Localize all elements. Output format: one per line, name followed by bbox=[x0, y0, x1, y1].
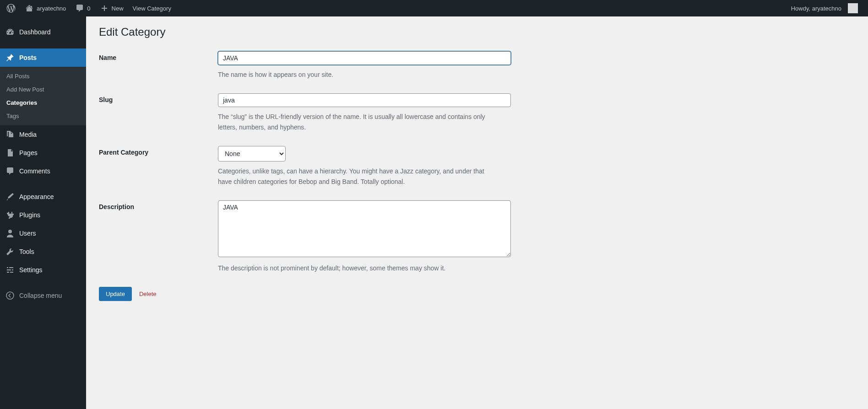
new-label: New bbox=[112, 5, 124, 12]
svg-point-0 bbox=[6, 292, 14, 299]
comment-icon bbox=[75, 4, 84, 13]
page-title: Edit Category bbox=[99, 26, 855, 38]
admin-sidebar: Dashboard Posts All Posts Add New Post C… bbox=[0, 16, 86, 409]
howdy-text: Howdy, aryatechno bbox=[791, 5, 841, 12]
row-name: Name The name is how it appears on your … bbox=[99, 51, 855, 80]
menu-dashboard-label: Dashboard bbox=[19, 28, 51, 36]
menu-settings[interactable]: Settings bbox=[0, 261, 86, 279]
media-icon bbox=[5, 130, 15, 139]
menu-comments[interactable]: Comments bbox=[0, 162, 86, 180]
menu-collapse-label: Collapse menu bbox=[19, 292, 62, 299]
input-name[interactable] bbox=[218, 51, 511, 65]
wp-logo-menu[interactable] bbox=[2, 0, 20, 16]
menu-pages-label: Pages bbox=[19, 149, 38, 156]
admin-bar-right: Howdy, aryatechno bbox=[787, 0, 863, 16]
label-name: Name bbox=[99, 51, 218, 61]
main-content: Edit Category Name The name is how it ap… bbox=[86, 16, 868, 409]
menu-tools-label: Tools bbox=[19, 248, 34, 255]
submenu-categories[interactable]: Categories bbox=[0, 96, 86, 109]
brush-icon bbox=[5, 192, 15, 201]
admin-bar-left: aryatechno 0 New View Category bbox=[2, 0, 176, 16]
textarea-description[interactable] bbox=[218, 200, 511, 257]
user-icon bbox=[5, 229, 15, 238]
menu-tools[interactable]: Tools bbox=[0, 242, 86, 261]
wrench-icon bbox=[5, 247, 15, 256]
desc-description: The description is not prominent by defa… bbox=[218, 263, 493, 273]
desc-name: The name is how it appears on your site. bbox=[218, 70, 493, 80]
menu-users[interactable]: Users bbox=[0, 224, 86, 242]
account-menu[interactable]: Howdy, aryatechno bbox=[787, 0, 863, 16]
comments-icon bbox=[5, 167, 15, 176]
collapse-icon bbox=[5, 291, 15, 300]
label-slug: Slug bbox=[99, 93, 218, 103]
comments-link[interactable]: 0 bbox=[71, 0, 95, 16]
delete-link[interactable]: Delete bbox=[139, 291, 157, 297]
menu-collapse[interactable]: Collapse menu bbox=[0, 286, 86, 305]
menu-pages[interactable]: Pages bbox=[0, 144, 86, 162]
new-content-link[interactable]: New bbox=[95, 0, 128, 16]
menu-media[interactable]: Media bbox=[0, 125, 86, 144]
submenu-add-new-post[interactable]: Add New Post bbox=[0, 83, 86, 96]
desc-parent: Categories, unlike tags, can have a hier… bbox=[218, 166, 493, 187]
row-parent: Parent Category None Categories, unlike … bbox=[99, 146, 855, 187]
site-name-text: aryatechno bbox=[37, 5, 66, 12]
label-description: Description bbox=[99, 200, 218, 210]
plug-icon bbox=[5, 210, 15, 220]
dashboard-icon bbox=[5, 27, 15, 37]
row-description: Description The description is not promi… bbox=[99, 200, 855, 273]
menu-comments-label: Comments bbox=[19, 167, 50, 175]
pin-icon bbox=[5, 53, 15, 62]
menu-users-label: Users bbox=[19, 230, 36, 237]
form-actions: Update Delete bbox=[99, 287, 855, 301]
select-parent[interactable]: None bbox=[218, 146, 286, 161]
menu-posts-label: Posts bbox=[19, 54, 37, 61]
view-category-link[interactable]: View Category bbox=[128, 0, 176, 16]
menu-dashboard[interactable]: Dashboard bbox=[0, 23, 86, 41]
wordpress-icon bbox=[6, 4, 16, 13]
menu-posts[interactable]: Posts bbox=[0, 48, 86, 67]
comment-count: 0 bbox=[87, 5, 90, 12]
label-parent: Parent Category bbox=[99, 146, 218, 156]
menu-settings-label: Settings bbox=[19, 266, 43, 274]
plus-icon bbox=[100, 4, 109, 13]
menu-appearance[interactable]: Appearance bbox=[0, 188, 86, 206]
sliders-icon bbox=[5, 265, 15, 274]
menu-media-label: Media bbox=[19, 131, 37, 138]
input-slug[interactable] bbox=[218, 93, 511, 107]
menu-appearance-label: Appearance bbox=[19, 193, 54, 200]
site-name-link[interactable]: aryatechno bbox=[20, 0, 71, 16]
admin-bar: aryatechno 0 New View Category Howdy, ar… bbox=[0, 0, 868, 16]
desc-slug: The “slug” is the URL-friendly version o… bbox=[218, 112, 493, 132]
menu-plugins[interactable]: Plugins bbox=[0, 206, 86, 224]
row-slug: Slug The “slug” is the URL-friendly vers… bbox=[99, 93, 855, 132]
home-icon bbox=[25, 4, 34, 13]
submenu-tags[interactable]: Tags bbox=[0, 109, 86, 123]
submenu-all-posts[interactable]: All Posts bbox=[0, 70, 86, 83]
avatar bbox=[848, 3, 858, 13]
view-category-label: View Category bbox=[133, 5, 171, 12]
page-icon bbox=[5, 148, 15, 157]
submenu-posts: All Posts Add New Post Categories Tags bbox=[0, 67, 86, 125]
update-button[interactable]: Update bbox=[99, 287, 132, 301]
menu-plugins-label: Plugins bbox=[19, 211, 40, 219]
